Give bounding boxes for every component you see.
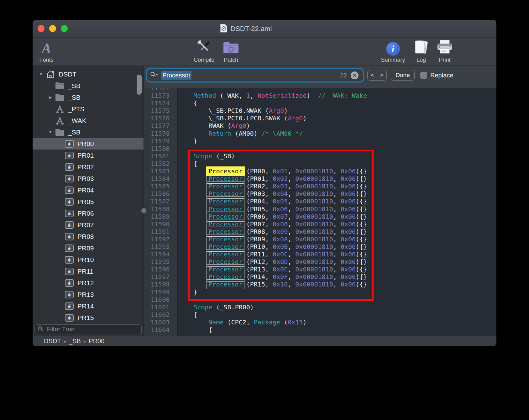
disclosure-triangle-icon[interactable]: ▼ (46, 130, 55, 134)
code-line-11597[interactable]: 11597 Processor (PR14, 0x0F, 0x00001810,… (144, 273, 496, 281)
find-next-button[interactable]: > (377, 70, 387, 80)
sidebar-scrollbar-thumb[interactable] (137, 75, 142, 95)
splitter-handle[interactable] (141, 208, 146, 213)
line-number: 11574 (144, 99, 174, 107)
replace-checkbox[interactable] (420, 72, 427, 79)
code-line-11589[interactable]: 11589 Processor (PR06, 0x07, 0x00001810,… (144, 213, 496, 220)
code-line-11600[interactable]: 11600 (144, 296, 496, 303)
processor-icon (64, 314, 75, 322)
processor-icon (64, 302, 75, 310)
code-line-11592[interactable]: 11592 Processor (PR09, 0x0A, 0x00001810,… (144, 235, 496, 243)
sidebar-item-pr09-15[interactable]: PR09 (33, 242, 144, 254)
processor-icon (64, 151, 75, 160)
sidebar-item-pr07-13[interactable]: PR07 (33, 219, 144, 231)
code-line-11586[interactable]: 11586 Processor (PR03, 0x04, 0x00001810,… (144, 190, 496, 197)
line-number: 11578 (144, 130, 174, 137)
code-line-11582[interactable]: 11582 { (144, 160, 496, 167)
code-line-11593[interactable]: 11593 Processor (PR10, 0x0B, 0x00001810,… (144, 243, 496, 250)
sidebar-item-pr12-18[interactable]: PR12 (33, 277, 144, 289)
line-number: 11588 (144, 205, 174, 213)
line-number: 11603 (144, 318, 174, 326)
sidebar-item-pr13-19[interactable]: PR13 (33, 289, 144, 300)
code-line-11579[interactable]: 11579 } (144, 137, 496, 145)
code-line-11603[interactable]: 11603 Name (CPC2, Package (0x15) (144, 318, 496, 326)
sidebar-item-sb-5[interactable]: ▼_SB (33, 126, 144, 138)
close-button[interactable] (38, 25, 45, 32)
find-previous-button[interactable]: < (368, 70, 377, 80)
code-line-11572[interactable]: 11572 (144, 88, 496, 92)
line-number: 11586 (144, 190, 174, 197)
code-line-11601[interactable]: 11601 Scope (_SB.PR00) (144, 303, 496, 311)
summary-button[interactable]: i Summary (381, 39, 405, 65)
code-line-11602[interactable]: 11602 { (144, 311, 496, 318)
sidebar-item-pr08-14[interactable]: PR08 (33, 231, 144, 242)
code-line-11574[interactable]: 11574 { (144, 99, 496, 107)
match-count: 22 (340, 72, 347, 79)
code-text: Scope (_SB.PR00) (174, 303, 254, 311)
code-line-11585[interactable]: 11585 Processor (PR02, 0x03, 0x00001810,… (144, 182, 496, 190)
search-menu-icon[interactable] (150, 72, 159, 79)
sidebar-item-pr10-16[interactable]: PR10 (33, 254, 144, 265)
filter-tree-input[interactable] (46, 325, 139, 333)
code-line-11595[interactable]: 11595 Processor (PR12, 0x0D, 0x00001810,… (144, 258, 496, 265)
done-button[interactable]: Done (391, 70, 415, 81)
code-line-11591[interactable]: 11591 Processor (PR08, 0x09, 0x00001810,… (144, 228, 496, 235)
breadcrumb-item-sb: _SB (69, 338, 81, 345)
sidebar-item-pr03-9[interactable]: PR03 (33, 173, 144, 184)
code-line-11576[interactable]: 11576 \_SB.PCI0.LPCB.SWAK (Arg0) (144, 114, 496, 122)
patch-button[interactable]: Patch (223, 39, 239, 65)
minimize-button[interactable] (49, 25, 56, 32)
sidebar-item-pr02-8[interactable]: PR02 (33, 161, 144, 173)
sidebar-item-sb-2[interactable]: ▶_SB (33, 92, 144, 103)
sidebar-item-pr05-11[interactable]: PR05 (33, 196, 144, 207)
code-line-11577[interactable]: 11577 RWAK (Arg0) (144, 122, 496, 129)
code-line-11590[interactable]: 11590 Processor (PR07, 0x08, 0x00001810,… (144, 220, 496, 228)
print-label: Print (439, 57, 450, 63)
sidebar-item-sb-1[interactable]: _SB (33, 80, 144, 92)
filter-tree-box (34, 324, 142, 334)
code-line-11584[interactable]: 11584 Processor (PR01, 0x02, 0x00001810,… (144, 175, 496, 182)
code-line-11587[interactable]: 11587 Processor (PR04, 0x05, 0x00001810,… (144, 197, 496, 205)
clear-search-icon[interactable]: ✕ (351, 71, 359, 79)
log-button[interactable]: Log (413, 39, 429, 65)
sidebar-item-pr04-10[interactable]: PR04 (33, 184, 144, 196)
code-line-11604[interactable]: 11604 { (144, 326, 496, 333)
sidebar-item-pr14-20[interactable]: PR14 (33, 300, 144, 312)
zoom-button[interactable] (61, 25, 68, 32)
fonts-button[interactable]: A Fonts (39, 39, 53, 65)
toolbar: A Fonts Compile Patch (33, 38, 496, 66)
sidebar-item-dsdt-0[interactable]: ▼DSDT (33, 68, 144, 80)
line-number: 11577 (144, 122, 174, 129)
code-text: Processor (PR12, 0x0D, 0x00001810, 0x06)… (174, 258, 367, 265)
sidebar-item-pr06-12[interactable]: PR06 (33, 207, 144, 219)
sidebar-item-pr15-21[interactable]: PR15 (33, 312, 144, 323)
code-text: Processor (PR01, 0x02, 0x00001810, 0x06)… (174, 175, 367, 182)
print-button[interactable]: Print (436, 39, 453, 65)
code-text: Scope (_SB) (174, 152, 235, 160)
tree-item-label: _WAK (68, 117, 86, 124)
code-editor[interactable]: 1157211573 Method (_WAK, 1, NotSerialize… (144, 88, 496, 336)
compile-button[interactable]: Compile (194, 39, 214, 65)
sidebar-item-wak-4[interactable]: _WAK (33, 115, 144, 126)
code-line-11594[interactable]: 11594 Processor (PR11, 0x0C, 0x00001810,… (144, 250, 496, 258)
sidebar-item-pts-3[interactable]: _PTS (33, 103, 144, 115)
disclosure-triangle-icon[interactable]: ▼ (37, 72, 45, 76)
window-title: DSDT-22.aml (230, 25, 272, 33)
code-line-11583[interactable]: 11583 Processor (PR00, 0x01, 0x00001810,… (144, 167, 496, 175)
sidebar-item-pr01-7[interactable]: PR01 (33, 150, 144, 161)
line-number: 11572 (144, 88, 174, 92)
code-line-11580[interactable]: 11580 (144, 145, 496, 152)
code-line-11573[interactable]: 11573 Method (_WAK, 1, NotSerialized) //… (144, 92, 496, 99)
find-nav-buttons: < > (367, 70, 387, 81)
code-line-11599[interactable]: 11599 } (144, 288, 496, 296)
code-line-11581[interactable]: 11581 Scope (_SB) (144, 152, 496, 160)
disclosure-triangle-icon[interactable]: ▶ (46, 95, 55, 100)
code-line-11578[interactable]: 11578 Return (AM00) /* \AM00 */ (144, 130, 496, 137)
code-line-11598[interactable]: 11598 Processor (PR15, 0x10, 0x00001810,… (144, 281, 496, 288)
sidebar-item-pr11-17[interactable]: PR11 (33, 265, 144, 277)
code-line-11596[interactable]: 11596 Processor (PR13, 0x0E, 0x00001810,… (144, 265, 496, 273)
code-line-11588[interactable]: 11588 Processor (PR05, 0x06, 0x00001810,… (144, 205, 496, 213)
code-line-11575[interactable]: 11575 \_SB.PCI0.NWAK (Arg0) (144, 107, 496, 114)
find-input[interactable]: Processor 22 ✕ (147, 69, 363, 81)
sidebar-item-pr00-6[interactable]: PR00 (33, 138, 144, 150)
